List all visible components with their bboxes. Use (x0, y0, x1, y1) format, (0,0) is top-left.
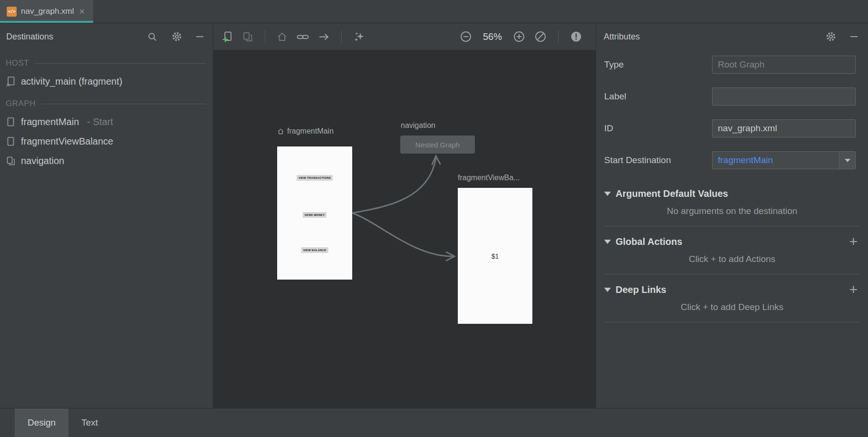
host-section-header: HOST (6, 58, 206, 68)
id-field[interactable]: nav_graph.xml (712, 119, 856, 137)
destination-item-fragment-main[interactable]: fragmentMain - Start (6, 112, 206, 132)
section-title: Argument Default Values (616, 188, 858, 199)
graph-section-label: GRAPH (6, 99, 36, 108)
fragment-view-balance-label[interactable]: fragmentViewBa... (458, 174, 520, 182)
nested-graph-icon[interactable] (242, 31, 253, 42)
sparkles-icon[interactable] (353, 31, 365, 43)
graph-section-header: GRAPH (6, 99, 206, 108)
xml-file-icon: </> (7, 7, 17, 17)
main-area: Destinations HOST (0, 23, 868, 408)
minimize-icon[interactable] (196, 36, 203, 37)
nested-graph-box-label: Nested Graph (415, 141, 460, 149)
field-value: Root Graph (718, 59, 764, 70)
type-field[interactable]: Root Graph (712, 56, 856, 74)
host-section-label: HOST (6, 58, 29, 68)
node-title: fragmentViewBa... (458, 174, 520, 182)
node-title: navigation (401, 121, 435, 130)
fragment-view-balance-preview[interactable]: $1 (458, 188, 532, 324)
field-row-id: ID nav_graph.xml (596, 119, 856, 137)
field-label: Start Destination (604, 155, 712, 165)
zoom-in-icon[interactable] (513, 30, 525, 43)
canvas-toolbar: 56% (213, 23, 596, 50)
global-actions-hint: Click + to add Actions (596, 254, 868, 264)
destination-item-fragment-view-balance[interactable]: fragmentViewBalance (6, 132, 206, 151)
add-action-button[interactable]: + (849, 234, 858, 249)
field-row-label: Label (596, 87, 856, 106)
link-icon[interactable] (297, 31, 309, 42)
divider (603, 226, 859, 226)
close-icon[interactable]: × (78, 7, 86, 16)
fragment-main-preview[interactable]: VIEW TRANSACTIONS SEND MONEY VIEW BALANC… (277, 146, 352, 280)
editor-mode-bar: Design Text (0, 408, 868, 437)
deep-links-hint: Click + to add Deep Links (596, 302, 868, 312)
node-title: fragmentMain (287, 127, 334, 136)
zoom-level: 56% (483, 31, 502, 42)
zoom-fit-icon[interactable] (534, 30, 547, 43)
arguments-hint: No arguments on the destination (596, 206, 868, 216)
svg-text:A: A (7, 82, 10, 87)
fragment-main-label[interactable]: fragmentMain (277, 127, 334, 136)
tab-label: nav_graph.xml (21, 7, 74, 16)
nav-graph-canvas[interactable]: fragmentMain VIEW TRANSACTIONS SEND MONE… (213, 50, 596, 408)
toolbar-divider (341, 30, 342, 43)
editor-tab-nav-graph[interactable]: </> nav_graph.xml × (0, 0, 93, 23)
minimize-icon[interactable] (850, 36, 858, 37)
destination-item-navigation[interactable]: navigation (6, 151, 206, 171)
home-icon (277, 128, 284, 135)
field-value: nav_graph.xml (718, 123, 777, 134)
search-icon[interactable] (147, 32, 157, 42)
divider (603, 322, 859, 322)
section-argument-default-values[interactable]: Argument Default Values (596, 183, 868, 204)
action-arrows (213, 50, 595, 408)
error-icon[interactable] (570, 30, 582, 43)
preview-button: VIEW TRANSACTIONS (297, 175, 333, 181)
preview-text: $1 (458, 252, 532, 260)
field-label: Type (604, 59, 712, 70)
field-label: Label (604, 91, 712, 102)
destinations-panel: Destinations HOST (0, 23, 213, 408)
attributes-body: Type Root Graph Label ID nav_graph.xml (596, 50, 868, 408)
attributes-panel: Attributes Type Root Graph Label (596, 23, 868, 408)
fragment-icon (6, 136, 16, 147)
destination-label: fragmentViewBalance (21, 136, 113, 147)
arrow-icon[interactable] (318, 31, 330, 42)
dropdown-value: fragmentMain (713, 155, 839, 165)
section-global-actions[interactable]: Global Actions + (596, 231, 868, 252)
section-title: Deep Links (616, 284, 849, 295)
destination-label: navigation (21, 155, 64, 166)
zoom-out-icon[interactable] (460, 30, 472, 43)
toolbar-divider (265, 30, 265, 43)
destination-suffix: - Start (87, 117, 113, 127)
add-deep-link-button[interactable]: + (849, 282, 858, 297)
nested-graph-node[interactable]: Nested Graph (400, 136, 475, 154)
toolbar-divider (558, 30, 559, 43)
home-icon[interactable] (277, 31, 288, 42)
section-deep-links[interactable]: Deep Links + (596, 279, 868, 300)
gear-icon[interactable] (172, 31, 182, 42)
destination-item-activity-main[interactable]: A activity_main (fragment) (6, 72, 206, 91)
destination-label: activity_main (fragment) (21, 76, 122, 87)
nav-graph-canvas-column: 56% (213, 23, 596, 408)
destinations-header: Destinations (0, 23, 213, 50)
section-triangle-icon (604, 240, 611, 244)
new-destination-icon[interactable] (222, 31, 233, 42)
divider (41, 104, 206, 104)
section-title: Global Actions (616, 236, 849, 247)
nested-graph-icon (6, 155, 16, 166)
preview-button: VIEW BALANCE (301, 247, 328, 253)
field-row-start-destination: Start Destination fragmentMain (596, 151, 856, 169)
destinations-title: Destinations (6, 32, 147, 42)
label-field[interactable] (712, 87, 856, 106)
gear-icon[interactable] (826, 31, 836, 42)
preview-button: SEND MONEY (303, 212, 327, 218)
android-studio-nav-editor: </> nav_graph.xml × Destinations (0, 0, 868, 437)
tab-text[interactable]: Text (68, 408, 111, 437)
attributes-title: Attributes (604, 32, 826, 42)
field-label: ID (604, 123, 712, 134)
destination-label: fragmentMain (21, 117, 79, 127)
navigation-node-label[interactable]: navigation (401, 121, 435, 130)
field-row-type: Type Root Graph (596, 56, 856, 74)
tab-design[interactable]: Design (15, 408, 68, 437)
start-destination-dropdown[interactable]: fragmentMain (712, 151, 856, 169)
dropdown-button[interactable] (839, 152, 855, 169)
